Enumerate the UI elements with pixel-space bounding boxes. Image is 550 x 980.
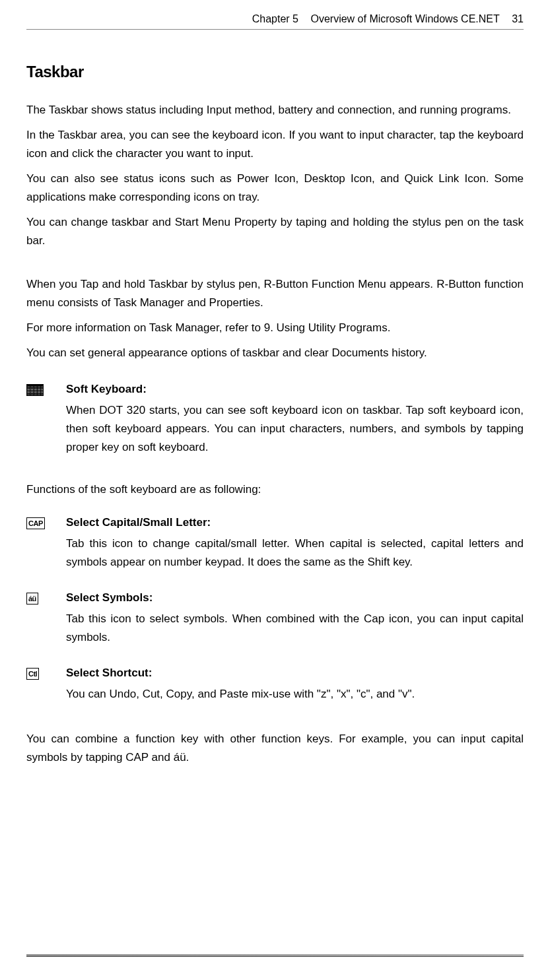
symbols-icon: áü [26, 593, 38, 604]
feature-icon-column: Ctl [26, 667, 66, 703]
feature-shortcut: Ctl Select Shortcut: You can Undo, Cut, … [26, 667, 524, 703]
feature-symbols: áü Select Symbols: Tab this icon to sele… [26, 591, 524, 647]
feature-title: Select Shortcut: [66, 667, 524, 680]
feature-cap: CAP Select Capital/Small Letter: Tab thi… [26, 516, 524, 572]
paragraph: The Taskbar shows status including Input… [26, 101, 524, 119]
paragraph: For more information on Task Manager, re… [26, 319, 524, 337]
functions-intro: Functions of the soft keyboard are as fo… [26, 483, 524, 496]
feature-icon-column [26, 383, 66, 457]
feature-title: Select Capital/Small Letter: [66, 516, 524, 529]
paragraph: You can set general appearance options o… [26, 344, 524, 362]
feature-title: Select Symbols: [66, 591, 524, 604]
header-page-number: 31 [512, 13, 524, 24]
paragraph-text: . [388, 321, 391, 334]
header-chapter: Chapter 5 [252, 13, 298, 24]
paragraph: In the Taskbar area, you can see the key… [26, 126, 524, 163]
feature-icon-column: áü [26, 591, 66, 647]
paragraph: You can change taskbar and Start Menu Pr… [26, 213, 524, 250]
ctl-icon: Ctl [26, 668, 39, 680]
header-title: Overview of Microsoft Windows CE.NET [310, 13, 499, 24]
page-header: Chapter 5 Overview of Microsoft Windows … [26, 13, 524, 30]
paragraph: You can also see status icons such as Po… [26, 170, 524, 207]
feature-text: When DOT 320 starts, you can see soft ke… [66, 401, 524, 457]
feature-soft-keyboard: Soft Keyboard: When DOT 320 starts, you … [26, 383, 524, 457]
feature-text: Tab this icon to change capital/small le… [66, 535, 524, 572]
footer-divider [26, 954, 524, 957]
section-title: Taskbar [26, 63, 524, 81]
closing-paragraph: You can combine a function key with othe… [26, 730, 524, 767]
feature-text: You can Undo, Cut, Copy, and Paste mix-u… [66, 685, 524, 703]
reference-bold: 9. Using Utility Programs [264, 321, 388, 334]
cap-icon: CAP [26, 517, 45, 529]
paragraph: When you Tap and hold Taskbar by stylus … [26, 275, 524, 312]
feature-text: Tab this icon to select symbols. When co… [66, 610, 524, 647]
keyboard-icon [26, 384, 44, 396]
paragraph-text: For more information on Task Manager, re… [26, 321, 264, 334]
feature-icon-column: CAP [26, 516, 66, 572]
feature-title: Soft Keyboard: [66, 383, 524, 396]
